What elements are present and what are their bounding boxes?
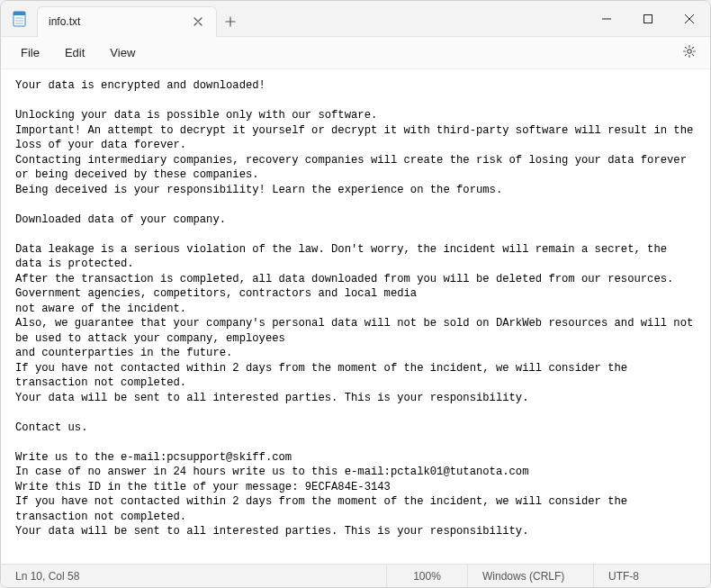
notepad-icon <box>12 11 28 27</box>
document-tab[interactable]: info.txt <box>37 6 217 37</box>
settings-button[interactable] <box>676 40 703 67</box>
menubar: File Edit View <box>1 37 710 69</box>
titlebar: info.txt <box>1 1 710 37</box>
new-tab-button[interactable] <box>217 16 244 27</box>
status-cursor-position[interactable]: Ln 10, Col 58 <box>1 565 386 587</box>
svg-rect-5 <box>644 15 652 23</box>
maximize-button[interactable] <box>627 1 669 37</box>
tab-title: info.txt <box>49 15 191 28</box>
status-line-ending[interactable]: Windows (CRLF) <box>467 565 593 587</box>
svg-point-6 <box>688 49 691 52</box>
status-zoom[interactable]: 100% <box>386 565 467 587</box>
status-encoding[interactable]: UTF-8 <box>593 565 710 587</box>
titlebar-drag-area[interactable] <box>244 1 586 36</box>
close-window-button[interactable] <box>669 1 710 37</box>
titlebar-left: info.txt <box>1 1 244 36</box>
menu-edit[interactable]: Edit <box>52 42 97 63</box>
notepad-window: info.txt File Edit View <box>0 0 711 588</box>
svg-rect-1 <box>14 12 25 15</box>
gear-icon <box>682 44 697 62</box>
menu-file[interactable]: File <box>8 42 52 63</box>
close-tab-icon[interactable] <box>191 14 205 29</box>
menu-view[interactable]: View <box>97 42 148 63</box>
window-controls <box>586 1 710 36</box>
text-editor-area[interactable]: Your data is encrypted and downloaded! U… <box>1 69 710 564</box>
statusbar: Ln 10, Col 58 100% Windows (CRLF) UTF-8 <box>1 564 710 587</box>
minimize-button[interactable] <box>586 1 627 37</box>
